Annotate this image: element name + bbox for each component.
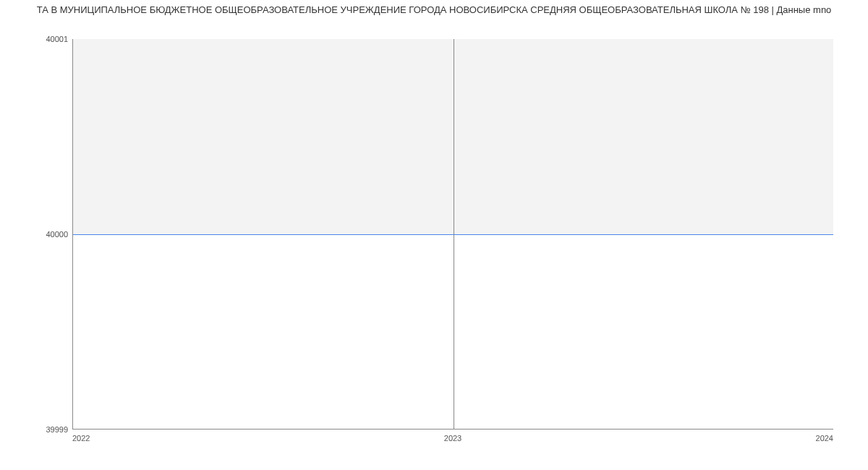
chart-title: ТА В МУНИЦИПАЛЬНОЕ БЮДЖЕТНОЕ ОБЩЕОБРАЗОВ… [0,0,868,15]
y-tick-label: 40001 [46,35,68,43]
chart-area: 40001 40000 39999 2022 2023 2024 [0,20,868,454]
x-tick-label: 2022 [72,434,90,443]
y-tick-label: 40000 [46,230,68,239]
y-tick-label: 39999 [46,425,68,434]
data-series-line [73,234,833,235]
x-tick-label: 2024 [816,434,833,443]
x-tick-label: 2023 [444,434,461,443]
plot-area [72,39,833,430]
